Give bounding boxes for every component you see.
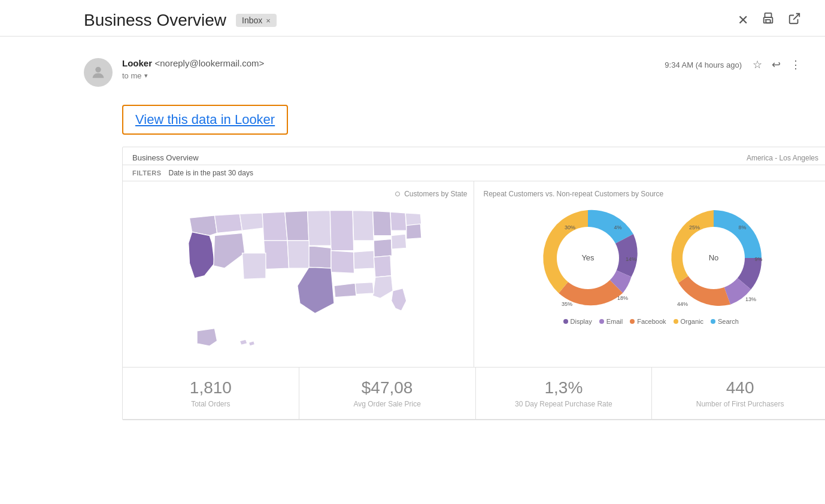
legend-organic-label: Organic [681, 318, 704, 325]
svg-text:30%: 30% [565, 224, 575, 230]
legend-search-label: Search [718, 318, 739, 325]
svg-text:4%: 4% [614, 224, 622, 230]
svg-text:8%: 8% [739, 224, 747, 230]
donut-panel: Repeat Customers vs. Non-repeat Customer… [474, 181, 826, 367]
legend-display: Display [563, 318, 592, 325]
svg-text:13%: 13% [745, 296, 756, 302]
badge-label: Inbox [242, 16, 262, 25]
dashboard-content: Customers by State [123, 181, 825, 368]
legend-search: Search [711, 318, 739, 325]
metric-total-orders-value: 1,810 [190, 378, 232, 397]
legend-organic: Organic [674, 318, 704, 325]
print-icon[interactable] [762, 12, 775, 29]
svg-rect-0 [765, 13, 772, 17]
donut-yes-svg: Yes 4% 30% 14% 18% 35% [534, 204, 642, 312]
more-options-icon[interactable]: ⋮ [790, 58, 801, 71]
us-map-svg [174, 203, 426, 359]
legend-facebook-dot [630, 319, 635, 324]
metric-avg-price-label: Avg Order Sale Price [353, 400, 421, 408]
donut-yes: Yes 4% 30% 14% 18% 35% [534, 204, 642, 312]
svg-text:14%: 14% [626, 256, 636, 262]
dashboard-timezone: America - Los Angeles [747, 154, 818, 162]
donut-panel-title: Repeat Customers vs. Non-repeat Customer… [484, 190, 819, 198]
svg-text:9%: 9% [755, 256, 763, 262]
metric-first-purchasers: 440 Number of First Purchasers [652, 368, 825, 419]
svg-text:35%: 35% [562, 301, 572, 307]
legend-email-dot [599, 319, 604, 324]
metric-avg-price: $47,08 Avg Order Sale Price [299, 368, 476, 419]
legend-email-label: Email [606, 318, 623, 325]
recipient-dropdown-icon[interactable]: ▾ [144, 72, 148, 80]
metrics-row: 1,810 Total Orders $47,08 Avg Order Sale… [123, 368, 825, 420]
email-timestamp: 9:34 AM (4 hours ago) [665, 60, 742, 69]
legend-organic-dot [674, 319, 678, 324]
meta-action-icons: ☆ ↩ ⋮ [753, 58, 801, 71]
donut-legend: Display Email Facebook Organic [484, 318, 819, 325]
us-map [132, 203, 468, 359]
metric-repeat-rate-label: 30 Day Repeat Purchase Rate [515, 400, 612, 408]
close-icon[interactable]: ✕ [738, 13, 748, 28]
dashboard-filters: FILTERS Date is in the past 30 days [123, 165, 825, 181]
filter-value: Date is in the past 30 days [169, 169, 253, 177]
recipient-row[interactable]: to me ▾ [122, 71, 264, 80]
legend-display-label: Display [571, 318, 592, 325]
svg-line-4 [793, 14, 799, 20]
metric-total-orders: 1,810 Total Orders [123, 368, 299, 419]
metric-first-purchasers-label: Number of First Purchasers [696, 400, 784, 408]
filters-label: FILTERS [132, 169, 162, 177]
donuts-row: Yes 4% 30% 14% 18% 35% [484, 204, 819, 312]
legend-email: Email [599, 318, 623, 325]
sender-name-row: Looker <noreply@lookermail.com> [122, 58, 264, 69]
external-link-icon[interactable] [788, 12, 801, 29]
email-body: View this data in Looker Business Overvi… [84, 93, 801, 420]
legend-search-dot [711, 319, 715, 324]
dashboard-header: Business Overview America - Los Angeles [123, 147, 825, 165]
dashboard-embed: Business Overview America - Los Angeles … [122, 147, 825, 420]
inbox-badge[interactable]: Inbox × [236, 14, 277, 27]
metric-total-orders-label: Total Orders [191, 400, 230, 408]
badge-close-button[interactable]: × [266, 16, 271, 25]
view-in-looker-link[interactable]: View this data in Looker [135, 112, 275, 127]
email-header: Business Overview Inbox × ✕ [0, 0, 825, 37]
svg-text:No: No [709, 253, 719, 262]
email-meta: Looker <noreply@lookermail.com> to me ▾ … [84, 48, 801, 93]
map-panel: Customers by State [123, 181, 474, 367]
metric-repeat-rate-value: 1,3% [544, 378, 583, 397]
donut-no: No 8% 25% 9% 13% 44% [660, 204, 768, 312]
sender-details: Looker <noreply@lookermail.com> to me ▾ [122, 58, 264, 80]
dashboard-title: Business Overview [132, 153, 199, 162]
legend-facebook: Facebook [630, 318, 666, 325]
view-link-wrapper: View this data in Looker [122, 105, 288, 135]
star-icon[interactable]: ☆ [753, 58, 762, 71]
recipient-label: to me [122, 71, 142, 80]
svg-point-3 [765, 19, 766, 20]
svg-text:Yes: Yes [582, 253, 595, 262]
header-left: Business Overview Inbox × [84, 11, 277, 30]
header-actions: ✕ [738, 12, 801, 29]
metric-repeat-rate: 1,3% 30 Day Repeat Purchase Rate [476, 368, 653, 419]
sender-name: Looker [122, 58, 152, 68]
page-title: Business Overview [84, 11, 226, 30]
svg-point-5 [95, 67, 101, 72]
sender-info: Looker <noreply@lookermail.com> to me ▾ [84, 58, 264, 87]
email-container: Looker <noreply@lookermail.com> to me ▾ … [0, 37, 825, 420]
reply-icon[interactable]: ↩ [772, 58, 781, 71]
svg-text:18%: 18% [617, 295, 628, 301]
meta-right: 9:34 AM (4 hours ago) ☆ ↩ ⋮ [665, 58, 801, 71]
legend-facebook-label: Facebook [637, 318, 666, 325]
metric-avg-price-value: $47,08 [362, 378, 413, 397]
svg-text:25%: 25% [689, 224, 700, 230]
map-title: Customers by State [132, 190, 468, 198]
svg-rect-2 [766, 20, 770, 23]
avatar [84, 58, 113, 87]
map-title-icon [395, 192, 400, 196]
donut-no-svg: No 8% 25% 9% 13% 44% [660, 204, 768, 312]
metric-first-purchasers-value: 440 [726, 378, 754, 397]
sender-email: <noreply@lookermail.com> [154, 58, 264, 68]
legend-display-dot [563, 319, 568, 324]
svg-text:44%: 44% [677, 301, 688, 307]
